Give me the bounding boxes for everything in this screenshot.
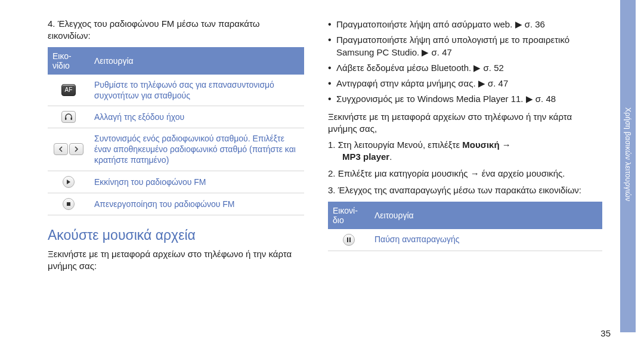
table-row: Εκκίνηση του ραδιοφώνου FM bbox=[48, 171, 304, 193]
table-row: Παύση αναπαραγωγής bbox=[328, 229, 602, 251]
list-item: Αντιγραφή στην κάρτα μνήμης σας. ▶ σ. 47 bbox=[328, 77, 602, 89]
row-text: Απενεργοποίηση του ραδιοφώνου FM bbox=[89, 193, 304, 215]
af-icon: AF bbox=[61, 84, 76, 96]
table-row: Αλλαγή της εξόδου ήχου bbox=[48, 106, 304, 128]
step1-c: → bbox=[500, 140, 511, 150]
svg-rect-2 bbox=[67, 202, 70, 206]
table-row: Απενεργοποίηση του ραδιοφώνου FM bbox=[48, 193, 304, 215]
svg-rect-3 bbox=[347, 237, 348, 242]
stop-icon bbox=[63, 198, 75, 210]
step-2: 2. Επιλέξτε μια κατηγορία μουσικής → ένα… bbox=[328, 168, 602, 180]
side-tab: Χρήση βασικών λειτουργιών bbox=[620, 0, 636, 332]
list-item: Πραγματοποιήστε λήψη από ασύρματο web. ▶… bbox=[328, 18, 602, 30]
prev-icon bbox=[54, 143, 68, 155]
step1-a: 1. Στη λειτουργία Μενού, επιλέξτε bbox=[328, 140, 462, 150]
list-item: Λάβετε δεδομένα μέσω Bluetooth. ▶ σ. 52 bbox=[328, 61, 602, 74]
fm-icon-table: Εικο- νίδιο Λειτουργία AF Ρυθμίστε το τη… bbox=[48, 47, 304, 215]
row-text: Παύση αναπαραγωγής bbox=[370, 229, 602, 251]
pause-icon bbox=[343, 234, 355, 246]
table-row: AF Ρυθμίστε το τηλέφωνό σας για επανασυν… bbox=[48, 75, 304, 106]
step-3: 3. Έλεγχος της αναπαραγωγής μέσω των παρ… bbox=[328, 184, 602, 196]
step-4: 4. Έλεγχος του ραδιοφώνου FM μέσω των πα… bbox=[48, 18, 304, 42]
th-func: Λειτουργία bbox=[89, 47, 304, 75]
row-text: Συντονισμός ενός ραδιοφωνικού σταθμού. Ε… bbox=[89, 128, 304, 171]
svg-rect-1 bbox=[71, 118, 73, 120]
step1-bold2: MP3 player bbox=[328, 152, 389, 162]
list-item: Πραγματοποιήστε λήψη από υπολογιστή με τ… bbox=[328, 33, 602, 58]
transfer-bullets: Πραγματοποιήστε λήψη από ασύρματο web. ▶… bbox=[328, 18, 602, 105]
row-text: Εκκίνηση του ραδιοφώνου FM bbox=[89, 171, 304, 193]
th2-func: Λειτουργία bbox=[370, 202, 602, 229]
playback-icon-table: Εικονί- διο Λειτουργία Παύση αναπαραγωγή… bbox=[328, 202, 602, 251]
th-icon: Εικο- νίδιο bbox=[48, 47, 89, 75]
headphones-icon bbox=[61, 111, 76, 123]
th2-icon: Εικονί- διο bbox=[328, 202, 370, 229]
next-icon bbox=[69, 143, 83, 155]
play-icon bbox=[63, 176, 75, 188]
svg-rect-0 bbox=[65, 118, 67, 120]
list-item: Συγχρονισμός με το Windows Media Player … bbox=[328, 92, 602, 105]
page-number: 35 bbox=[600, 328, 611, 338]
row-text: Ρυθμίστε το τηλέφωνό σας για επανασυντον… bbox=[89, 75, 304, 106]
svg-rect-4 bbox=[349, 237, 351, 242]
section-heading: Ακούστε μουσικά αρχεία bbox=[48, 227, 304, 243]
intro2-text: Ξεκινήστε με τη μεταφορά αρχείων στο τηλ… bbox=[328, 111, 602, 135]
step-1: 1. Στη λειτουργία Μενού, επιλέξτε Μουσικ… bbox=[328, 139, 602, 163]
step1-e: . bbox=[389, 152, 392, 162]
table-row: Συντονισμός ενός ραδιοφωνικού σταθμού. Ε… bbox=[48, 128, 304, 171]
row-text: Αλλαγή της εξόδου ήχου bbox=[89, 106, 304, 128]
step1-bold1: Μουσική bbox=[462, 140, 499, 150]
side-tab-label: Χρήση βασικών λειτουργιών bbox=[624, 107, 632, 202]
intro-text: Ξεκινήστε με τη μεταφορά αρχείων στο τηλ… bbox=[48, 248, 304, 273]
